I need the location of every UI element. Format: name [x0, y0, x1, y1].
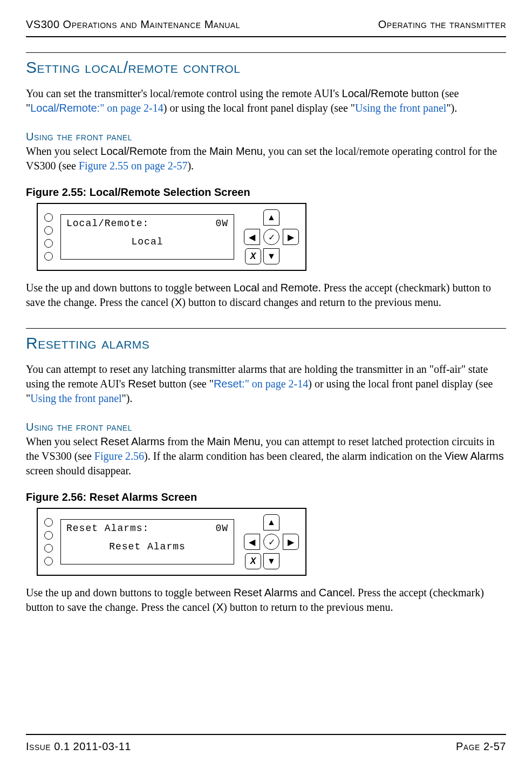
section2-title: Resetting alarms	[26, 334, 506, 352]
link-reset-page[interactable]: " on page 2-14	[245, 378, 309, 390]
link-figure-255[interactable]: Figure 2.55 on page 2-57	[79, 160, 188, 172]
led-icon	[44, 557, 53, 566]
led-icon	[44, 252, 53, 261]
cancel-button[interactable]: X	[245, 248, 261, 264]
link-using-front-panel-1[interactable]: Using the front panel	[355, 102, 446, 114]
section2-paragraph1: You can attempt to reset any latching tr…	[26, 362, 506, 406]
section1-subheading: Using the front panel	[26, 131, 506, 143]
link-local-remote-page[interactable]: " on page 2-14	[100, 102, 163, 114]
link-reset[interactable]: Reset:	[214, 378, 245, 390]
section1-title: Setting local/remote control	[26, 58, 506, 77]
down-button[interactable]: ▼	[263, 553, 279, 569]
section1-paragraph1: You can set the transmitter's local/remo…	[26, 86, 506, 115]
link-local-remote[interactable]: Local/Remote:	[30, 102, 100, 114]
page: VS300 Operations and Maintenance Manual …	[0, 0, 532, 769]
page-header: VS300 Operations and Maintenance Manual …	[26, 18, 506, 34]
figure-255: Local/Remote: 0W Local ▲ ◀ ✓ ▶ X ▼	[37, 203, 306, 271]
status-leds	[44, 213, 53, 261]
figure-256: Reset Alarms: 0W Reset Alarms ▲ ◀ ✓ ▶ X …	[37, 508, 306, 576]
link-using-front-panel-2[interactable]: Using the front panel	[30, 392, 121, 404]
up-button[interactable]: ▲	[263, 514, 279, 530]
section-rule-2	[26, 328, 506, 329]
up-button[interactable]: ▲	[263, 209, 279, 226]
lcd1-power: 0W	[215, 218, 228, 229]
section1-paragraph2: When you select Local/Remote from the Ma…	[26, 144, 506, 173]
down-button[interactable]: ▼	[263, 248, 279, 264]
right-button[interactable]: ▶	[283, 229, 299, 245]
right-button[interactable]: ▶	[283, 534, 299, 550]
header-left: VS300 Operations and Maintenance Manual	[26, 18, 240, 31]
left-button[interactable]: ◀	[244, 534, 260, 550]
footer-issue-date: Issue 0.1 2011-03-11	[26, 740, 131, 753]
led-icon	[44, 213, 53, 222]
lcd2-title: Reset Alarms:	[66, 523, 149, 534]
lcd2-value: Reset Alarms	[66, 541, 228, 552]
section2-paragraph3: Use the up and down buttons to toggle be…	[26, 586, 506, 615]
figure-255-caption: Figure 2.55: Local/Remote Selection Scre…	[26, 186, 506, 199]
lcd1-title: Local/Remote:	[66, 218, 149, 229]
led-icon	[44, 226, 53, 235]
left-button[interactable]: ◀	[244, 229, 260, 245]
dpad-1: ▲ ◀ ✓ ▶ X ▼	[244, 209, 299, 264]
led-icon	[44, 518, 53, 527]
header-rule	[26, 36, 506, 37]
cancel-button[interactable]: X	[245, 553, 261, 569]
led-icon	[44, 239, 53, 248]
lcd2-power: 0W	[215, 523, 228, 534]
dpad-2: ▲ ◀ ✓ ▶ X ▼	[244, 514, 299, 569]
section-rule-1	[26, 52, 506, 53]
section2-paragraph2: When you select Reset Alarms from the Ma…	[26, 434, 506, 478]
section1-paragraph3: Use the up and down buttons to toggle be…	[26, 281, 506, 310]
led-icon	[44, 544, 53, 553]
accept-button[interactable]: ✓	[263, 229, 279, 245]
page-footer: Issue 0.1 2011-03-11 Page 2-57	[26, 734, 506, 753]
led-icon	[44, 531, 53, 540]
accept-button[interactable]: ✓	[263, 534, 279, 550]
header-right: Operating the transmitter	[378, 18, 506, 31]
lcd1-value: Local	[66, 236, 228, 247]
footer-rule	[26, 734, 506, 735]
lcd-screen-1: Local/Remote: 0W Local	[60, 214, 234, 260]
section2-subheading: Using the front panel	[26, 421, 506, 433]
status-leds	[44, 518, 53, 566]
figure-256-caption: Figure 2.56: Reset Alarms Screen	[26, 491, 506, 503]
link-figure-256[interactable]: Figure 2.56	[94, 450, 144, 462]
footer-page-number: Page 2-57	[456, 740, 506, 753]
lcd-screen-2: Reset Alarms: 0W Reset Alarms	[60, 519, 234, 564]
